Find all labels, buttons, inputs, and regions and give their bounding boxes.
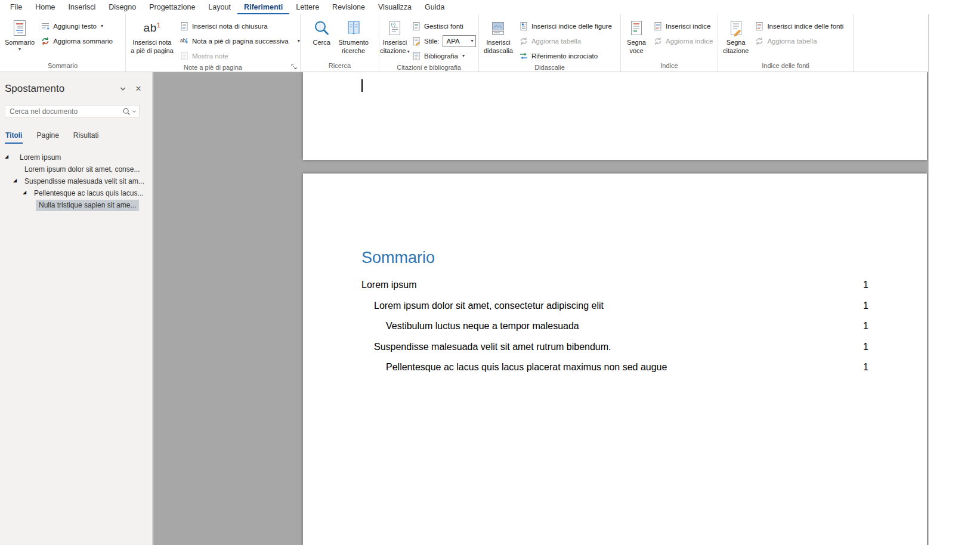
inserisci-indice-figure-button[interactable]: Inserisci indice delle figure (516, 18, 615, 33)
update-toc-icon (41, 36, 50, 46)
document-canvas[interactable]: Sommario Lorem ipsum 1 Lorem ipsum dolor… (153, 72, 929, 545)
add-text-icon (41, 21, 50, 31)
gestisci-fonti-button[interactable]: Gestisci fonti (409, 18, 479, 33)
toc-icon (11, 19, 29, 37)
update-index-icon (653, 36, 663, 46)
segna-citazione-button[interactable]: Segna citazione (720, 15, 752, 61)
tree-item[interactable]: Lorem ipsum dolor sit amet, conse... (0, 163, 152, 175)
aggiorna-tabella-didascalie-button: Aggiorna tabella (516, 33, 615, 48)
inserisci-indice-fonti-button[interactable]: Inserisci indice delle fonti (752, 18, 846, 33)
toc-entry[interactable]: Lorem ipsum 1 (361, 275, 868, 296)
menu-inserisci[interactable]: Inserisci (62, 0, 103, 14)
collapse-triangle-icon[interactable]: ◢ (23, 190, 26, 195)
nota-pie-pagina-successiva-button[interactable]: ab Nota a piè di pagina successiva▾ (177, 33, 303, 48)
cross-reference-icon (519, 51, 528, 61)
insert-table-of-authorities-icon (755, 21, 764, 31)
mostra-note-button: Mostra note (177, 48, 303, 63)
document-search-box[interactable] (5, 105, 140, 117)
navigation-pane-title: Spostamento (5, 83, 115, 95)
tab-titoli[interactable]: Titoli (5, 130, 23, 144)
text-cursor (361, 79, 363, 92)
ribbon-group-indice-fonti: Segna citazione Inserisci indice delle f… (718, 14, 854, 72)
ribbon-group-indice: Segna voce Inserisci indice (621, 14, 718, 72)
menu-layout[interactable]: Layout (202, 0, 237, 14)
segna-voce-button[interactable]: Segna voce (623, 15, 650, 61)
aggiorna-tabella-fonti-button: Aggiorna tabella (752, 33, 846, 48)
toc-entry[interactable]: Lorem ipsum dolor sit amet, consectetur … (361, 296, 868, 317)
aggiungi-testo-button[interactable]: Aggiungi testo▾ (38, 18, 116, 33)
menu-visualizza[interactable]: Visualizza (372, 0, 418, 14)
inserisci-indice-button[interactable]: Inserisci indice (650, 18, 716, 33)
aggiorna-sommario-button[interactable]: Aggiorna sommario (38, 33, 116, 48)
bibliografia-button[interactable]: Bibliografia▾ (409, 48, 479, 63)
chevron-down-icon: ▾ (298, 38, 300, 44)
insert-endnote-icon (180, 21, 189, 31)
tree-item-selected[interactable]: Nulla tristique sapien sit ame... (0, 199, 152, 211)
navigation-pane-close-button[interactable]: × (131, 82, 146, 95)
riferimento-incrociato-button[interactable]: Riferimento incrociato (516, 48, 615, 63)
group-label-indice: Indice (621, 61, 718, 72)
insert-footnote-icon: ab1 (144, 21, 161, 35)
inserisci-nota-chiusura-button[interactable]: Inserisci nota di chiusura (177, 18, 303, 33)
insert-index-icon (653, 21, 663, 31)
group-label-ricerca: Ricerca (301, 61, 379, 72)
document-page-2[interactable]: Sommario Lorem ipsum 1 Lorem ipsum dolor… (303, 174, 927, 545)
toc-page-number: 1 (863, 316, 868, 337)
toc-page-number: 1 (863, 275, 868, 296)
sommario-button[interactable]: Sommario ▾ (2, 15, 38, 61)
toc-entry[interactable]: Vestibulum luctus neque a tempor malesua… (361, 316, 868, 337)
ribbon-group-didascalie: Inserisci didascalia Inserisci indice de… (479, 14, 621, 72)
tab-pagine[interactable]: Pagine (36, 130, 59, 144)
menu-guida[interactable]: Guida (418, 0, 451, 14)
group-label-indice-fonti: Indice delle fonti (718, 61, 853, 72)
insert-citation-icon: (-) (386, 19, 404, 37)
chevron-down-icon[interactable] (132, 109, 137, 114)
insert-caption-icon (489, 19, 507, 37)
navigation-tabs: Titoli Pagine Risultati (0, 117, 152, 144)
show-notes-icon (180, 51, 189, 61)
svg-text:ab: ab (180, 37, 186, 43)
toc-entry[interactable]: Pellentesque ac lacus quis lacus placera… (361, 357, 868, 378)
inserisci-didascalia-button[interactable]: Inserisci didascalia (481, 15, 516, 61)
navigation-pane-options-button[interactable] (115, 82, 131, 95)
ribbon-group-citazioni: (-) Inserisci citazione▾ Gestisci fonti (379, 14, 479, 72)
group-label-note: Note a piè di pagina (126, 63, 300, 72)
chevron-down-icon: ▾ (462, 53, 465, 58)
tree-item[interactable]: ◢ Lorem ipsum (0, 151, 152, 163)
menu-file[interactable]: File (4, 0, 29, 14)
collapse-triangle-icon[interactable]: ◢ (5, 154, 8, 159)
bibliography-icon (412, 51, 421, 61)
search-input[interactable] (10, 107, 121, 116)
chevron-down-icon: ▾ (471, 38, 474, 44)
tab-risultati[interactable]: Risultati (73, 130, 100, 144)
menu-progettazione[interactable]: Progettazione (143, 0, 202, 14)
aggiorna-indice-button: Aggiorna indice (650, 33, 716, 48)
mark-entry-icon (627, 19, 645, 37)
menu-lettere[interactable]: Lettere (289, 0, 326, 14)
cerca-button[interactable]: Cerca (308, 15, 335, 61)
stile-combobox[interactable]: APA▾ (443, 35, 476, 47)
dialog-launcher-icon[interactable] (290, 63, 298, 70)
toc-page-number: 1 (863, 296, 868, 317)
tree-item[interactable]: ◢ Pellentesque ac lacus quis lacus... (0, 187, 152, 199)
citation-style-icon (412, 36, 421, 46)
document-page-1[interactable] (303, 72, 927, 160)
menu-disegno[interactable]: Disegno (102, 0, 143, 14)
ribbon-empty-space (854, 14, 929, 72)
group-label-sommario: Sommario (0, 61, 125, 72)
strumento-ricerche-button[interactable]: Strumento ricerche (335, 15, 372, 61)
tree-item[interactable]: ◢ Suspendisse malesuada velit sit am... (0, 175, 152, 187)
toc-entry[interactable]: Suspendisse malesuada velit sit amet rut… (361, 337, 868, 358)
update-table-icon (519, 36, 528, 46)
menu-revisione[interactable]: Revisione (326, 0, 372, 14)
menu-home[interactable]: Home (29, 0, 61, 14)
menu-riferimenti[interactable]: Riferimenti (237, 0, 289, 14)
inserisci-citazione-button[interactable]: (-) Inserisci citazione▾ (381, 15, 409, 61)
collapse-triangle-icon[interactable]: ◢ (13, 178, 17, 183)
table-of-contents: Sommario Lorem ipsum 1 Lorem ipsum dolor… (303, 174, 927, 378)
svg-text:(-): (-) (391, 21, 396, 27)
search-icon[interactable] (122, 107, 131, 116)
inserisci-nota-pie-pagina-button[interactable]: ab1 Inserisci nota a piè di pagina (128, 15, 177, 61)
update-table-icon (755, 36, 764, 46)
group-label-didascalie: Didascalie (479, 63, 620, 72)
